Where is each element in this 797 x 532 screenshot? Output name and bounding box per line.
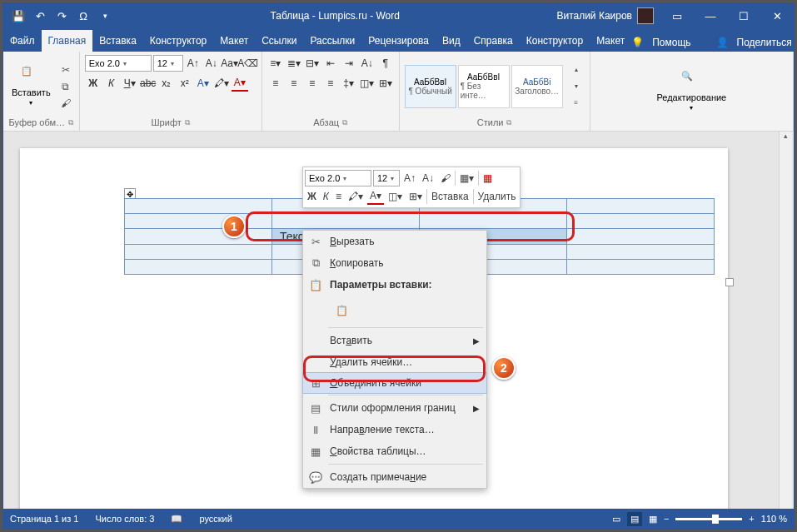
bold-button[interactable]: Ж — [85, 75, 102, 92]
table-resize-handle[interactable] — [725, 278, 734, 286]
cut-icon[interactable]: ✂ — [57, 62, 74, 77]
align-left-icon[interactable]: ≡ — [267, 75, 284, 92]
omega-icon[interactable]: Ω — [73, 6, 93, 26]
undo-icon[interactable]: ↶ — [30, 6, 50, 26]
shading-icon[interactable]: ◫▾ — [359, 75, 376, 92]
view-web-icon[interactable]: ▦ — [649, 514, 657, 525]
mini-delete-button[interactable]: Удалить — [476, 188, 519, 205]
ctx-text-direction[interactable]: ⅡНаправление текста… — [303, 419, 486, 440]
copy-icon[interactable]: ⧉ — [57, 79, 74, 94]
tell-me-icon[interactable]: 💡 — [631, 37, 644, 48]
align-right-icon[interactable]: ≡ — [304, 75, 321, 92]
view-read-icon[interactable]: ▭ — [612, 514, 620, 525]
zoom-level[interactable]: 110 % — [761, 514, 787, 524]
strike-button[interactable]: abc — [140, 75, 157, 92]
show-marks-icon[interactable]: ¶ — [377, 55, 394, 72]
line-spacing-icon[interactable]: ‡▾ — [341, 75, 357, 92]
tab-home[interactable]: Главная — [42, 30, 93, 52]
zoom-out-button[interactable]: − — [664, 514, 669, 524]
ctx-copy[interactable]: ⧉Копировать — [303, 252, 486, 274]
ctx-insert[interactable]: Вставить▶ — [303, 330, 486, 351]
ctx-border-styles[interactable]: ▤Стили оформления границ▶ — [303, 397, 486, 419]
mini-grow-font-icon[interactable]: A↑ — [401, 170, 418, 186]
multilevel-icon[interactable]: ⊟▾ — [304, 55, 321, 72]
style-no-spacing[interactable]: АаБбВвІ ¶ Без инте… — [458, 65, 510, 108]
styles-launcher-icon[interactable]: ⧉ — [506, 118, 511, 127]
font-launcher-icon[interactable]: ⧉ — [185, 118, 190, 127]
user-area[interactable]: Виталий Каиров — [550, 7, 660, 24]
subscript-button[interactable]: x₂ — [158, 75, 175, 92]
ribbon-options-icon[interactable]: ▭ — [660, 3, 694, 28]
status-language[interactable]: русский — [199, 514, 232, 524]
editing-button[interactable]: 🔍 Редактирование ▾ — [653, 69, 730, 113]
tab-review[interactable]: Рецензирова — [361, 30, 436, 52]
mini-font-combo[interactable]: Exo 2.0▾ — [305, 170, 371, 186]
justify-icon[interactable]: ≡ — [322, 75, 339, 92]
mini-align-icon[interactable]: ≡ — [333, 188, 344, 205]
clear-format-icon[interactable]: A⌫ — [240, 55, 257, 72]
zoom-in-button[interactable]: + — [749, 514, 754, 524]
ctx-table-properties[interactable]: ▦Свойства таблицы… — [303, 440, 486, 462]
share-icon[interactable]: 👤 — [716, 37, 729, 48]
font-name-combo[interactable]: Exo 2.0▾ — [85, 55, 152, 72]
redo-icon[interactable]: ↷ — [52, 6, 72, 26]
tab-table-layout[interactable]: Макет — [590, 30, 631, 52]
minimize-button[interactable]: — — [694, 3, 727, 28]
tab-layout[interactable]: Макет — [213, 30, 255, 52]
styles-scroll-down-icon[interactable]: ▾ — [568, 79, 585, 94]
mini-highlight-icon[interactable]: 🖍▾ — [346, 188, 366, 205]
italic-button[interactable]: К — [103, 75, 120, 92]
ctx-new-comment[interactable]: 💬Создать примечание — [303, 466, 486, 488]
share-button[interactable]: Поделиться — [737, 37, 792, 48]
ctx-cut[interactable]: ✂Вырезать — [303, 231, 486, 252]
save-icon[interactable]: 💾 — [8, 6, 28, 26]
mini-bold-button[interactable]: Ж — [305, 188, 319, 205]
font-color-icon[interactable]: A▾ — [232, 75, 248, 92]
numbering-icon[interactable]: ≣▾ — [286, 55, 302, 72]
shrink-font-icon[interactable]: A↓ — [203, 55, 220, 72]
format-painter-icon[interactable]: 🖌 — [57, 96, 74, 111]
tab-file[interactable]: Файл — [3, 30, 42, 52]
zoom-slider[interactable] — [675, 518, 742, 520]
status-spellcheck-icon[interactable]: 📖 — [171, 514, 182, 525]
mini-borders-icon[interactable]: ⊞▾ — [406, 188, 425, 205]
style-normal[interactable]: АаБбВвІ ¶ Обычный — [405, 65, 456, 108]
tab-design[interactable]: Конструктор — [143, 30, 213, 52]
styles-scroll-up-icon[interactable]: ▴ — [568, 62, 585, 77]
tab-mailings[interactable]: Рассылки — [303, 30, 361, 52]
tab-help[interactable]: Справка — [467, 30, 520, 52]
paste-button[interactable]: 📋 Вставить ▾ — [8, 64, 54, 108]
underline-button[interactable]: Ч▾ — [122, 75, 138, 92]
clipboard-launcher-icon[interactable]: ⧉ — [68, 118, 73, 127]
qat-more-icon[interactable]: ▾ — [95, 6, 115, 26]
highlight-icon[interactable]: 🖍▾ — [213, 75, 230, 92]
tell-me-label[interactable]: Помощь — [652, 37, 690, 48]
change-case-icon[interactable]: Aa▾ — [222, 55, 238, 72]
font-size-combo[interactable]: 12▾ — [153, 55, 183, 72]
mini-table-delete-icon[interactable]: ▦ — [481, 170, 495, 186]
superscript-button[interactable]: x² — [177, 75, 193, 92]
borders-icon[interactable]: ⊞▾ — [377, 75, 394, 92]
close-button[interactable]: ✕ — [760, 3, 794, 28]
mini-shading-icon[interactable]: ◫▾ — [386, 188, 405, 205]
tab-insert[interactable]: Вставка — [92, 30, 143, 52]
text-effects-icon[interactable]: A▾ — [195, 75, 212, 92]
status-page[interactable]: Страница 1 из 1 — [10, 514, 78, 524]
mini-size-combo[interactable]: 12▾ — [373, 170, 400, 186]
decrease-indent-icon[interactable]: ⇤ — [322, 55, 339, 72]
view-print-icon[interactable]: ▤ — [627, 512, 642, 526]
bullets-icon[interactable]: ≡▾ — [267, 55, 284, 72]
status-words[interactable]: Число слов: 3 — [95, 514, 154, 524]
para-launcher-icon[interactable]: ⧉ — [342, 118, 347, 127]
mini-shrink-font-icon[interactable]: A↓ — [420, 170, 436, 186]
mini-italic-button[interactable]: К — [321, 188, 331, 205]
mini-table-grid-icon[interactable]: ▦▾ — [457, 170, 476, 186]
maximize-button[interactable]: ☐ — [727, 3, 760, 28]
style-heading1[interactable]: АаБбВі Заголово… — [511, 65, 563, 108]
align-center-icon[interactable]: ≡ — [286, 75, 302, 92]
mini-font-color-icon[interactable]: A▾ — [367, 188, 384, 205]
sort-icon[interactable]: A↓ — [359, 55, 376, 72]
tab-view[interactable]: Вид — [436, 30, 467, 52]
vertical-scrollbar[interactable]: ▴ — [779, 132, 792, 509]
increase-indent-icon[interactable]: ⇥ — [341, 55, 357, 72]
